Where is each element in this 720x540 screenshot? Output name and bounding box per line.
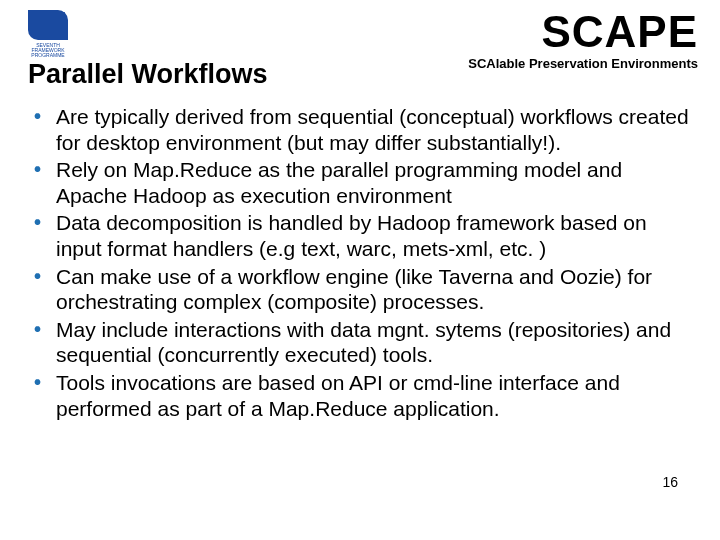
bullet-text: Data decomposition is handled by Hadoop … <box>56 211 647 260</box>
brand-title: SCAPE <box>468 10 698 54</box>
bullet-text: Rely on Map.Reduce as the parallel progr… <box>56 158 622 207</box>
brand: SCAPE SCAlable Preservation Environments <box>468 10 698 71</box>
list-item: Can make use of a workflow engine (like … <box>32 264 696 315</box>
slide: 7 SEVENTH FRAMEWORK PROGRAMME SCAPE SCAl… <box>0 0 720 540</box>
list-item: Are typically derived from sequential (c… <box>32 104 696 155</box>
list-item: Tools invocations are based on API or cm… <box>32 370 696 421</box>
logo-flag-icon <box>28 10 68 40</box>
bullet-text: Are typically derived from sequential (c… <box>56 105 689 154</box>
fp7-logo: 7 SEVENTH FRAMEWORK PROGRAMME <box>22 10 74 54</box>
brand-subtitle: SCAlable Preservation Environments <box>468 56 698 71</box>
logo-subtext: SEVENTH FRAMEWORK PROGRAMME <box>22 43 74 58</box>
bullet-text: Can make use of a workflow engine (like … <box>56 265 652 314</box>
page-number: 16 <box>662 474 678 490</box>
bullet-text: Tools invocations are based on API or cm… <box>56 371 620 420</box>
bullet-text: May include interactions with data mgnt.… <box>56 318 671 367</box>
bullet-list: Are typically derived from sequential (c… <box>22 104 698 421</box>
list-item: May include interactions with data mgnt.… <box>32 317 696 368</box>
list-item: Rely on Map.Reduce as the parallel progr… <box>32 157 696 208</box>
list-item: Data decomposition is handled by Hadoop … <box>32 210 696 261</box>
